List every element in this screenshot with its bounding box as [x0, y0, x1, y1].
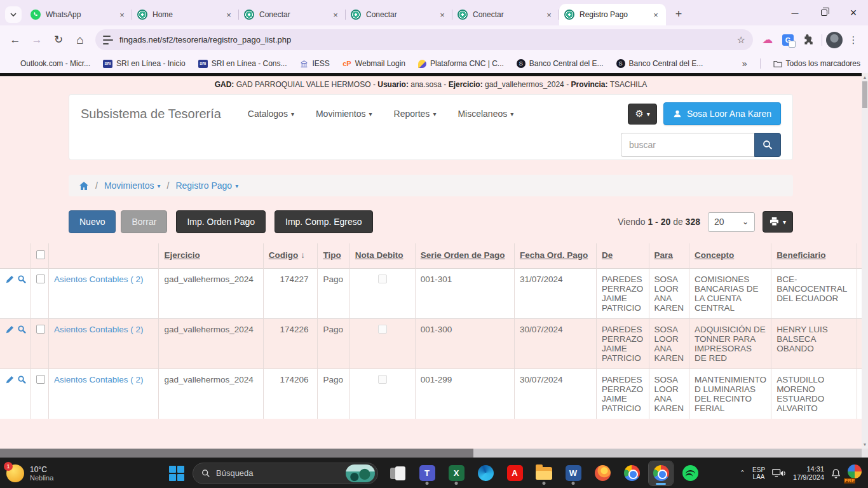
horizontal-scrollbar[interactable]: [0, 449, 862, 458]
taskbar-app-acrobat-icon[interactable]: A: [503, 461, 527, 485]
forward-button[interactable]: [27, 30, 47, 50]
imp-comp-egreso-button[interactable]: Imp. Comp. Egreso: [275, 210, 373, 233]
taskbar-app-chrome-icon[interactable]: [620, 461, 644, 485]
tab-registro-pago[interactable]: Registro Pago: [559, 4, 666, 25]
start-button[interactable]: [166, 463, 187, 484]
tab-close-icon[interactable]: [544, 10, 554, 20]
tab-close-icon[interactable]: [117, 10, 127, 20]
tab-close-icon[interactable]: [437, 10, 447, 20]
asientos-contables-link[interactable]: Asientos Contables ( 2): [54, 375, 143, 384]
header-de[interactable]: De: [596, 243, 649, 269]
asientos-contables-link[interactable]: Asientos Contables ( 2): [54, 325, 143, 334]
url-text[interactable]: fingads.net/sf2/tesoreria/registro_pago_…: [119, 35, 731, 44]
imp-orden-pago-button[interactable]: Imp. Orden Pago: [176, 210, 266, 233]
back-button[interactable]: [5, 30, 25, 50]
header-clipped[interactable]: M: [857, 243, 862, 269]
header-concepto[interactable]: Concepto: [689, 243, 771, 269]
horizontal-scrollbar-thumb[interactable]: [0, 449, 473, 458]
page-size-select[interactable]: 20: [708, 212, 755, 232]
bookmark-outlook[interactable]: Outlook.com - Micr...: [8, 59, 90, 68]
borrar-button[interactable]: Borrar: [121, 210, 167, 233]
tab-conectar-3[interactable]: Conectar: [452, 4, 559, 25]
edit-icon[interactable]: [5, 375, 15, 384]
site-settings-icon[interactable]: [103, 36, 113, 44]
edit-icon[interactable]: [5, 325, 15, 334]
print-dropdown-button[interactable]: [763, 211, 793, 233]
tab-home[interactable]: Home: [132, 4, 239, 25]
weather-extension-icon[interactable]: [758, 30, 777, 50]
header-codigo[interactable]: Codigo: [263, 243, 318, 269]
header-para[interactable]: Para: [649, 243, 689, 269]
notifications-bell-icon[interactable]: [831, 468, 841, 478]
vertical-scrollbar-thumb[interactable]: [862, 81, 867, 108]
row-checkbox[interactable]: [36, 375, 45, 384]
taskbar-app-word-icon[interactable]: W: [561, 461, 585, 485]
window-close-button[interactable]: [839, 0, 868, 25]
header-tipo[interactable]: Tipo: [318, 243, 349, 269]
bookmark-banco-central-1[interactable]: S Banco Central del E...: [517, 59, 604, 68]
browser-menu-icon[interactable]: [844, 30, 863, 50]
row-checkbox[interactable]: [36, 274, 45, 283]
header-ejercicio[interactable]: Ejercicio: [159, 243, 263, 269]
search-input[interactable]: [621, 133, 754, 157]
search-button[interactable]: [754, 133, 781, 157]
taskbar-app-teams-icon[interactable]: T: [415, 461, 439, 485]
breadcrumb-movimientos[interactable]: Movimientos: [104, 180, 161, 191]
taskbar-app-chrome-active-icon[interactable]: [649, 461, 673, 485]
magnifier-icon[interactable]: [17, 325, 27, 334]
scroll-down-arrow-icon[interactable]: ▼: [863, 440, 867, 449]
tab-close-icon[interactable]: [224, 10, 234, 20]
breadcrumb-registro-pago[interactable]: Registro Pago: [175, 180, 238, 191]
menu-movimientos[interactable]: Movimientos: [316, 109, 372, 119]
hidden-icons-chevron[interactable]: ⌃: [740, 469, 745, 477]
all-bookmarks-button[interactable]: Todos los marcadores: [773, 59, 860, 68]
menu-miscelaneos[interactable]: Miscelaneos: [458, 109, 513, 119]
taskbar-app-edge-icon[interactable]: [473, 461, 498, 485]
select-all-checkbox[interactable]: [36, 250, 45, 259]
bookmarks-overflow-icon[interactable]: [742, 58, 747, 69]
tab-close-icon[interactable]: [651, 10, 661, 20]
header-fecha[interactable]: Fecha Ord. Pago: [514, 243, 596, 269]
menu-reportes[interactable]: Reportes: [394, 109, 437, 119]
translate-extension-icon[interactable]: G: [778, 30, 797, 50]
taskbar-app-file-explorer-icon[interactable]: [532, 461, 556, 485]
taskbar-app-excel-icon[interactable]: X: [444, 461, 468, 485]
bookmark-star-icon[interactable]: [737, 34, 745, 46]
row-checkbox[interactable]: [36, 325, 45, 334]
tab-conectar-2[interactable]: Conectar: [346, 4, 452, 25]
settings-dropdown-button[interactable]: [628, 104, 656, 125]
window-minimize-button[interactable]: [780, 0, 810, 25]
header-nota-debito[interactable]: Nota Debito: [349, 243, 415, 269]
taskbar-app-spotify-icon[interactable]: [678, 461, 702, 485]
user-button[interactable]: Sosa Loor Ana Karen: [663, 102, 781, 125]
asientos-contables-link[interactable]: Asientos Contables ( 2): [54, 274, 143, 284]
bookmark-sri-inicio[interactable]: SRI SRI en Línea - Inicio: [103, 59, 186, 68]
profile-avatar[interactable]: [826, 32, 843, 48]
magnifier-icon[interactable]: [17, 375, 27, 384]
bookmark-webmail[interactable]: cP Webmail Login: [342, 59, 405, 68]
taskbar-app-firefox-icon[interactable]: [590, 461, 614, 485]
display-and-volume-icon[interactable]: [772, 468, 786, 478]
taskbar-app-window-panel-icon[interactable]: [386, 461, 410, 485]
language-indicator[interactable]: ESP LAA: [752, 466, 765, 480]
extensions-puzzle-icon[interactable]: [799, 30, 818, 50]
window-restore-button[interactable]: [810, 0, 839, 25]
home-icon[interactable]: [79, 181, 89, 191]
bookmark-iess[interactable]: IESS: [300, 59, 330, 68]
tab-search-chevron-icon[interactable]: [5, 6, 22, 23]
vertical-scrollbar[interactable]: ▲ ▼: [862, 73, 868, 449]
taskbar-search[interactable]: Búsqueda: [193, 463, 378, 484]
tab-whatsapp[interactable]: WhatsApp: [25, 4, 132, 25]
scroll-up-arrow-icon[interactable]: ▲: [863, 73, 867, 81]
weather-widget[interactable]: 1 10°C Neblina: [6, 464, 53, 482]
reload-button[interactable]: [48, 30, 69, 50]
magnifier-icon[interactable]: [17, 274, 27, 284]
address-bar[interactable]: fingads.net/sf2/tesoreria/registro_pago_…: [95, 29, 753, 50]
header-serie[interactable]: Serie Orden de Pago: [415, 243, 514, 269]
menu-catalogos[interactable]: Catalogos: [248, 109, 294, 119]
new-tab-button[interactable]: [670, 5, 688, 23]
bookmark-banco-central-2[interactable]: S Banco Central del E...: [616, 59, 703, 68]
search-highlight-image[interactable]: [346, 464, 375, 482]
clock[interactable]: 14:31 17/9/2024: [793, 465, 824, 482]
pre-app[interactable]: PRE: [848, 464, 863, 482]
